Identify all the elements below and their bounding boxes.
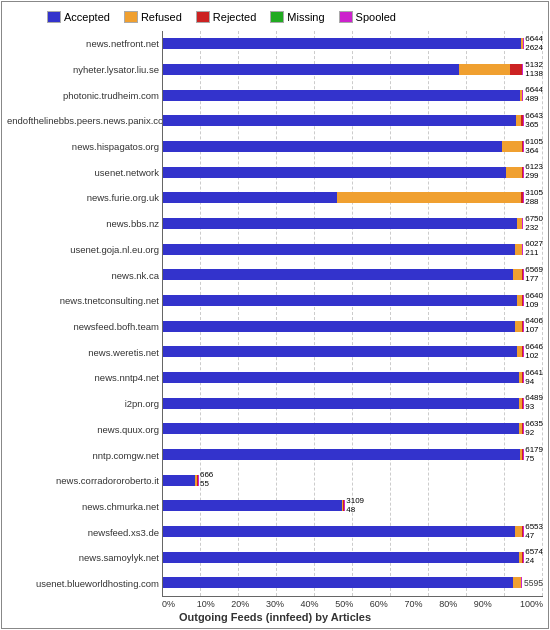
bar-row: 6105364: [163, 140, 543, 154]
bar-row: 6569177: [163, 268, 543, 282]
legend: Accepted Refused Rejected Missing Spoole…: [7, 7, 543, 31]
bar-values: 648993: [525, 394, 543, 412]
bar-values: 3105288: [525, 189, 543, 207]
accepted-bar: [163, 295, 517, 306]
y-label: i2pn.org: [7, 399, 159, 409]
accepted-bar: [163, 38, 521, 49]
bar-values: 51321138: [525, 61, 543, 79]
y-label: news.hispagatos.org: [7, 142, 159, 152]
bar-row: 6646102: [163, 345, 543, 359]
y-label: photonic.trudheim.com: [7, 91, 159, 101]
bar-row: 66442624: [163, 37, 543, 51]
bar-row: 6644489: [163, 88, 543, 102]
y-label: usenet.goja.nl.eu.org: [7, 245, 159, 255]
spooled-bar: [522, 64, 523, 75]
bar-values: 664194: [525, 369, 543, 387]
rejected-bar: [510, 64, 523, 75]
accepted-bar: [163, 321, 515, 332]
accepted-bar: [163, 90, 520, 101]
bar-values: 310948: [346, 497, 364, 515]
legend-accepted: Accepted: [47, 11, 110, 23]
y-label: newsfeed.xs3.de: [7, 528, 159, 538]
bar-values: 66655: [200, 471, 213, 489]
accepted-bar: [163, 167, 506, 178]
bar-row: 6406107: [163, 319, 543, 333]
y-label: usenet.blueworldhosting.com: [7, 579, 159, 589]
spooled-color-icon: [339, 11, 353, 23]
bars-area: 6644262451321138664448966433656105364612…: [162, 31, 543, 597]
spooled-bar: [523, 552, 524, 563]
bar-row: 66655: [163, 473, 543, 487]
bar-values: 6750232: [525, 215, 543, 233]
y-label: usenet.network: [7, 168, 159, 178]
refused-bar: [513, 577, 520, 588]
bar-values: 6406107: [525, 317, 543, 335]
accepted-bar: [163, 577, 513, 588]
accepted-bar: [163, 218, 517, 229]
bar-row: 663592: [163, 422, 543, 436]
x-axis-label: 10%: [197, 599, 232, 609]
refused-bar: [459, 64, 510, 75]
bar-row: 6640109: [163, 294, 543, 308]
accepted-bar: [163, 475, 195, 486]
y-label: news.chmurka.net: [7, 502, 159, 512]
y-label: newsfeed.bofh.team: [7, 322, 159, 332]
x-axis-label: 40%: [301, 599, 336, 609]
y-label: news.tnetconsulting.net: [7, 296, 159, 306]
bar-values: 655347: [525, 523, 543, 541]
accepted-bar: [163, 500, 342, 511]
refused-bar: [506, 167, 522, 178]
accepted-bar: [163, 64, 459, 75]
x-axis-label: 50%: [335, 599, 370, 609]
x-axis-label: 0%: [162, 599, 197, 609]
accepted-bar: [163, 526, 515, 537]
accepted-bar: [163, 269, 513, 280]
bar-row: 51321138: [163, 63, 543, 77]
y-label: news.netfront.net: [7, 39, 159, 49]
bar-values: 6643365: [525, 112, 543, 130]
x-axis-labels: 0%10%20%30%40%50%60%70%80%90%100%: [162, 597, 543, 609]
y-label: news.nk.ca: [7, 271, 159, 281]
legend-rejected-label: Rejected: [213, 11, 256, 23]
bar-row: 6643365: [163, 114, 543, 128]
refused-bar: [337, 192, 521, 203]
bar-values: 6644489: [525, 86, 543, 104]
bar-values: 6027211: [525, 240, 543, 258]
spooled-bar: [522, 218, 523, 229]
accepted-bar: [163, 423, 519, 434]
x-axis-label: 90%: [474, 599, 509, 609]
y-label: news.quux.org: [7, 425, 159, 435]
accepted-bar: [163, 398, 519, 409]
legend-spooled: Spooled: [339, 11, 396, 23]
accepted-bar: [163, 244, 515, 255]
bar-row: 3105288: [163, 191, 543, 205]
bar-value: 5595: [524, 579, 543, 588]
spooled-bar: [521, 577, 522, 588]
missing-color-icon: [270, 11, 284, 23]
x-axis-label: 30%: [266, 599, 301, 609]
accepted-bar: [163, 372, 519, 383]
x-axis-label: 70%: [404, 599, 439, 609]
legend-rejected: Rejected: [196, 11, 256, 23]
rejected-color-icon: [196, 11, 210, 23]
refused-bar: [515, 321, 522, 332]
accepted-bar: [163, 346, 517, 357]
bar-values: 6640109: [525, 292, 543, 310]
bar-row: 655347: [163, 525, 543, 539]
refused-bar: [502, 141, 522, 152]
chart-container: Accepted Refused Rejected Missing Spoole…: [1, 1, 549, 629]
bar-values: 6105364: [525, 138, 543, 156]
refused-color-icon: [124, 11, 138, 23]
legend-missing: Missing: [270, 11, 324, 23]
bar-row: 657424: [163, 550, 543, 564]
bar-row: 648993: [163, 396, 543, 410]
bar-values: 617975: [525, 446, 543, 464]
bar-values: 657424: [525, 548, 543, 566]
refused-bar: [513, 269, 522, 280]
bar-values: 6646102: [525, 343, 543, 361]
x-axis-label: 100%: [508, 599, 543, 609]
legend-accepted-label: Accepted: [64, 11, 110, 23]
accepted-bar: [163, 115, 516, 126]
bar-row: 6123299: [163, 165, 543, 179]
bar-values: 66442624: [525, 35, 543, 53]
